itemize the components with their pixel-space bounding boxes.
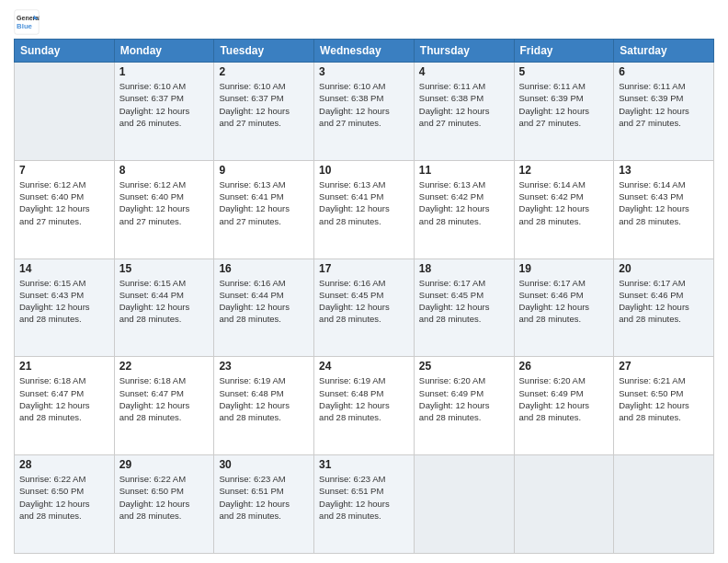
day-number: 18 [419,262,509,275]
calendar-cell: 20Sunrise: 6:17 AM Sunset: 6:46 PM Dayli… [614,259,714,357]
day-number: 19 [519,262,609,275]
weekday-header-wednesday: Wednesday [314,40,415,63]
day-number: 30 [219,458,309,471]
calendar-cell: 31Sunrise: 6:23 AM Sunset: 6:51 PM Dayli… [314,455,415,554]
day-info: Sunrise: 6:13 AM Sunset: 6:42 PM Dayligh… [419,178,509,227]
calendar-cell: 24Sunrise: 6:19 AM Sunset: 6:48 PM Dayli… [314,357,415,455]
logo-icon: General Blue [14,9,40,35]
calendar-cell: 28Sunrise: 6:22 AM Sunset: 6:50 PM Dayli… [15,455,115,554]
calendar-cell: 10Sunrise: 6:13 AM Sunset: 6:41 PM Dayli… [314,160,415,259]
calendar-week-row: 21Sunrise: 6:18 AM Sunset: 6:47 PM Dayli… [15,357,714,455]
day-info: Sunrise: 6:11 AM Sunset: 6:38 PM Dayligh… [419,80,509,129]
day-number: 4 [419,65,509,78]
calendar-week-row: 7Sunrise: 6:12 AM Sunset: 6:40 PM Daylig… [15,160,714,259]
calendar-cell [414,455,514,554]
calendar-week-row: 1Sunrise: 6:10 AM Sunset: 6:37 PM Daylig… [15,63,714,161]
day-info: Sunrise: 6:21 AM Sunset: 6:50 PM Dayligh… [619,374,709,423]
day-info: Sunrise: 6:17 AM Sunset: 6:45 PM Dayligh… [419,277,509,326]
day-number: 24 [319,360,409,373]
calendar-cell: 2Sunrise: 6:10 AM Sunset: 6:37 PM Daylig… [214,63,314,161]
calendar-week-row: 14Sunrise: 6:15 AM Sunset: 6:43 PM Dayli… [15,259,714,357]
day-number: 29 [119,458,210,471]
weekday-header-thursday: Thursday [414,40,514,63]
calendar-cell: 13Sunrise: 6:14 AM Sunset: 6:43 PM Dayli… [614,160,714,259]
day-number: 2 [219,65,309,78]
day-info: Sunrise: 6:12 AM Sunset: 6:40 PM Dayligh… [19,178,109,227]
calendar-cell: 8Sunrise: 6:12 AM Sunset: 6:40 PM Daylig… [114,160,214,259]
day-number: 8 [119,164,210,177]
svg-text:Blue: Blue [17,22,33,30]
day-info: Sunrise: 6:10 AM Sunset: 6:38 PM Dayligh… [319,80,409,129]
calendar-cell: 21Sunrise: 6:18 AM Sunset: 6:47 PM Dayli… [15,357,115,455]
day-number: 9 [219,164,309,177]
calendar-cell: 5Sunrise: 6:11 AM Sunset: 6:39 PM Daylig… [514,63,614,161]
day-number: 22 [119,360,210,373]
day-number: 28 [19,458,109,471]
calendar-cell: 12Sunrise: 6:14 AM Sunset: 6:42 PM Dayli… [514,160,614,259]
day-info: Sunrise: 6:17 AM Sunset: 6:46 PM Dayligh… [519,277,609,326]
calendar-cell: 18Sunrise: 6:17 AM Sunset: 6:45 PM Dayli… [414,259,514,357]
calendar-cell: 19Sunrise: 6:17 AM Sunset: 6:46 PM Dayli… [514,259,614,357]
day-info: Sunrise: 6:13 AM Sunset: 6:41 PM Dayligh… [319,178,409,227]
day-number: 27 [619,360,709,373]
day-number: 15 [119,262,210,275]
calendar-cell: 25Sunrise: 6:20 AM Sunset: 6:49 PM Dayli… [414,357,514,455]
day-info: Sunrise: 6:23 AM Sunset: 6:51 PM Dayligh… [219,473,309,522]
calendar-cell: 1Sunrise: 6:10 AM Sunset: 6:37 PM Daylig… [114,63,214,161]
logo: General Blue [14,9,40,35]
calendar-cell [614,455,714,554]
calendar-cell: 15Sunrise: 6:15 AM Sunset: 6:44 PM Dayli… [114,259,214,357]
day-info: Sunrise: 6:19 AM Sunset: 6:48 PM Dayligh… [319,374,409,423]
day-info: Sunrise: 6:15 AM Sunset: 6:44 PM Dayligh… [119,277,210,326]
day-number: 10 [319,164,409,177]
header: General Blue [14,9,714,35]
weekday-header-sunday: Sunday [15,40,115,63]
calendar-cell: 22Sunrise: 6:18 AM Sunset: 6:47 PM Dayli… [114,357,214,455]
day-number: 26 [519,360,609,373]
day-number: 31 [319,458,409,471]
weekday-header-row: SundayMondayTuesdayWednesdayThursdayFrid… [15,40,714,63]
weekday-header-friday: Friday [514,40,614,63]
calendar-cell: 27Sunrise: 6:21 AM Sunset: 6:50 PM Dayli… [614,357,714,455]
day-number: 11 [419,164,509,177]
weekday-header-saturday: Saturday [614,40,714,63]
day-info: Sunrise: 6:11 AM Sunset: 6:39 PM Dayligh… [519,80,609,129]
weekday-header-tuesday: Tuesday [214,40,314,63]
day-info: Sunrise: 6:10 AM Sunset: 6:37 PM Dayligh… [119,80,210,129]
calendar-cell: 6Sunrise: 6:11 AM Sunset: 6:39 PM Daylig… [614,63,714,161]
day-info: Sunrise: 6:18 AM Sunset: 6:47 PM Dayligh… [119,374,210,423]
day-number: 13 [619,164,709,177]
day-info: Sunrise: 6:20 AM Sunset: 6:49 PM Dayligh… [519,374,609,423]
day-number: 12 [519,164,609,177]
day-number: 17 [319,262,409,275]
day-number: 5 [519,65,609,78]
calendar-cell: 29Sunrise: 6:22 AM Sunset: 6:50 PM Dayli… [114,455,214,554]
day-info: Sunrise: 6:13 AM Sunset: 6:41 PM Dayligh… [219,178,309,227]
day-info: Sunrise: 6:18 AM Sunset: 6:47 PM Dayligh… [19,374,109,423]
weekday-header-monday: Monday [114,40,214,63]
calendar-week-row: 28Sunrise: 6:22 AM Sunset: 6:50 PM Dayli… [15,455,714,554]
page: General Blue SundayMondayTuesdayWednesda… [0,0,728,563]
day-info: Sunrise: 6:23 AM Sunset: 6:51 PM Dayligh… [319,473,409,522]
day-info: Sunrise: 6:17 AM Sunset: 6:46 PM Dayligh… [619,277,709,326]
calendar-cell: 16Sunrise: 6:16 AM Sunset: 6:44 PM Dayli… [214,259,314,357]
calendar-cell: 26Sunrise: 6:20 AM Sunset: 6:49 PM Dayli… [514,357,614,455]
day-number: 23 [219,360,309,373]
calendar-cell: 11Sunrise: 6:13 AM Sunset: 6:42 PM Dayli… [414,160,514,259]
calendar-cell [15,63,115,161]
day-info: Sunrise: 6:16 AM Sunset: 6:44 PM Dayligh… [219,277,309,326]
day-number: 7 [19,164,109,177]
day-info: Sunrise: 6:22 AM Sunset: 6:50 PM Dayligh… [19,473,109,522]
day-info: Sunrise: 6:19 AM Sunset: 6:48 PM Dayligh… [219,374,309,423]
calendar-cell: 17Sunrise: 6:16 AM Sunset: 6:45 PM Dayli… [314,259,415,357]
day-number: 14 [19,262,109,275]
day-info: Sunrise: 6:22 AM Sunset: 6:50 PM Dayligh… [119,473,210,522]
calendar-cell [514,455,614,554]
calendar-cell: 30Sunrise: 6:23 AM Sunset: 6:51 PM Dayli… [214,455,314,554]
day-info: Sunrise: 6:10 AM Sunset: 6:37 PM Dayligh… [219,80,309,129]
calendar-cell: 14Sunrise: 6:15 AM Sunset: 6:43 PM Dayli… [15,259,115,357]
day-number: 25 [419,360,509,373]
day-info: Sunrise: 6:16 AM Sunset: 6:45 PM Dayligh… [319,277,409,326]
day-number: 1 [119,65,210,78]
day-number: 16 [219,262,309,275]
